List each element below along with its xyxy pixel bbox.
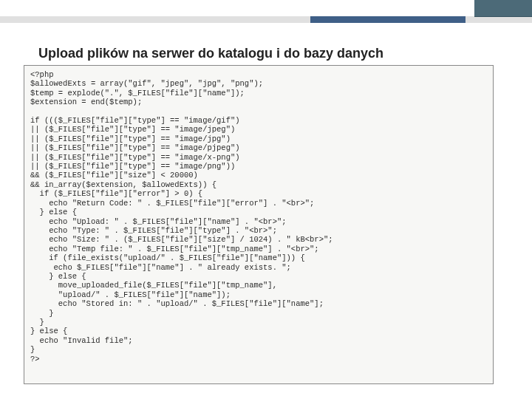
slide-header-decoration bbox=[0, 0, 532, 25]
header-bar-dark bbox=[474, 0, 532, 17]
code-block: <?php $allowedExts = array("gif", "jpeg"… bbox=[24, 65, 494, 384]
header-bar-blue bbox=[310, 16, 466, 23]
slide-heading: Upload plików na serwer do katalogu i do… bbox=[38, 46, 383, 61]
code-content: <?php $allowedExts = array("gif", "jpeg"… bbox=[30, 70, 487, 364]
